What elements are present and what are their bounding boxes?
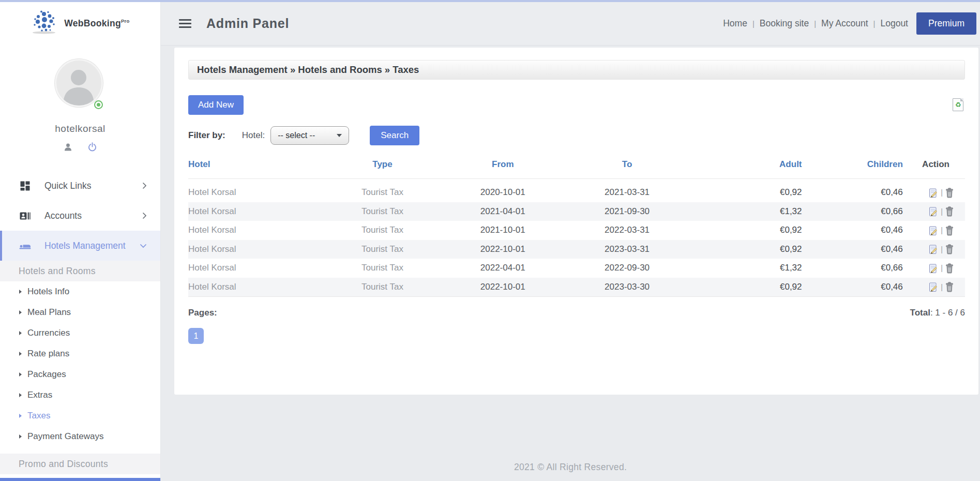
taxes-table: Hotel Type From To Adult Children Action…: [188, 154, 965, 297]
profile-icon[interactable]: [63, 143, 73, 152]
cell-hotel: Hotel Korsal: [188, 259, 320, 278]
user-avatar: [55, 59, 106, 110]
cell-children: €0,46: [802, 240, 903, 259]
sidebar-bottom-accent: [0, 478, 160, 481]
sidebar-item-hotels-management[interactable]: Hotels Management: [0, 231, 160, 261]
nav-home-link[interactable]: Home: [723, 18, 747, 29]
premium-button[interactable]: Premium: [916, 12, 976, 35]
table-row: Hotel Korsal Tourist Tax 2020-10-01 2021…: [188, 179, 965, 202]
edit-icon[interactable]: [928, 244, 938, 254]
cell-action: |: [903, 240, 965, 259]
content-card: Hotels Management » Hotels and Rooms » T…: [174, 48, 978, 395]
cell-hotel: Hotel Korsal: [188, 202, 320, 221]
bullet-icon: [19, 434, 22, 439]
cell-from: 2022-10-01: [445, 278, 561, 297]
nav-separator: |: [752, 19, 755, 28]
section-promo-and-discounts: Promo and Discounts: [0, 454, 160, 474]
select-arrow-icon: [337, 134, 342, 137]
column-header-adult[interactable]: Adult: [693, 154, 802, 179]
edit-icon[interactable]: [928, 226, 938, 236]
cell-hotel: Hotel Korsal: [188, 179, 320, 202]
avatar-image: [55, 59, 103, 107]
add-new-button[interactable]: Add New: [188, 95, 244, 115]
cell-action: |: [903, 179, 965, 202]
sidebar-item-currencies[interactable]: Currencies: [0, 323, 160, 343]
delete-trash-icon[interactable]: [945, 282, 954, 292]
cell-children: €0,66: [802, 202, 903, 221]
edit-icon[interactable]: [928, 263, 938, 274]
chevron-right-icon: [142, 212, 147, 219]
search-button[interactable]: Search: [370, 126, 419, 145]
delete-trash-icon[interactable]: [945, 206, 954, 217]
column-header-children[interactable]: Children: [802, 154, 903, 179]
bed-icon: [19, 242, 31, 250]
cell-children: €0,46: [802, 221, 903, 240]
brand-logo[interactable]: WebBookingPro: [0, 10, 160, 36]
sidebar-item-payment-gateways[interactable]: Payment Gateways: [0, 426, 160, 447]
sidebar-item-quick-links[interactable]: Quick Links: [0, 171, 160, 201]
bullet-icon: [19, 290, 22, 294]
cell-adult: €0,92: [693, 278, 802, 297]
edit-icon[interactable]: [928, 188, 938, 198]
column-header-hotel[interactable]: Hotel: [188, 154, 320, 179]
cell-type: Tourist Tax: [320, 221, 444, 240]
topbar: Admin Panel Home | Booking site | My Acc…: [161, 2, 980, 46]
app-window: WebBookingPro hotelkorsal: [0, 2, 980, 481]
action-separator: |: [941, 188, 943, 197]
column-header-type[interactable]: Type: [320, 154, 444, 179]
column-header-to[interactable]: To: [561, 154, 693, 179]
action-separator: |: [941, 283, 943, 291]
sidebar-item-packages[interactable]: Packages: [0, 364, 160, 385]
sidebar-item-label: Hotels Management: [44, 240, 126, 251]
hotel-filter-select[interactable]: -- select --: [270, 126, 349, 145]
table-row: Hotel Korsal Tourist Tax 2022-10-01 2023…: [188, 278, 965, 297]
sidebar-item-accounts[interactable]: Accounts: [0, 201, 160, 231]
breadcrumb[interactable]: Hotels Management » Hotels and Rooms » T…: [188, 60, 965, 80]
cell-type: Tourist Tax: [320, 202, 444, 221]
cell-type: Tourist Tax: [320, 179, 444, 202]
cell-adult: €0,92: [693, 221, 802, 240]
main-area: Admin Panel Home | Booking site | My Acc…: [161, 2, 980, 481]
recycle-glyph: ♻: [955, 101, 961, 108]
cell-type: Tourist Tax: [320, 278, 444, 297]
sidebar-item-rate-plans[interactable]: Rate plans: [0, 343, 160, 364]
sidebar: WebBookingPro hotelkorsal: [0, 2, 161, 481]
filter-by-label: Filter by:: [188, 130, 225, 141]
column-header-from[interactable]: From: [445, 154, 561, 179]
cell-action: |: [903, 259, 965, 278]
delete-trash-icon[interactable]: [945, 226, 954, 236]
sidebar-item-label: Quick Links: [44, 181, 91, 191]
sidebar-menu: Quick Links Accounts: [0, 171, 160, 474]
logout-power-icon[interactable]: [87, 142, 97, 152]
sidebar-item-extras[interactable]: Extras: [0, 385, 160, 405]
hotels-rooms-submenu: Hotels Info Meal Plans Currencies Rate p…: [0, 281, 160, 447]
edit-icon[interactable]: [928, 206, 938, 217]
cell-hotel: Hotel Korsal: [188, 221, 320, 240]
sidebar-item-meal-plans[interactable]: Meal Plans: [0, 302, 160, 323]
sidebar-item-hotels-info[interactable]: Hotels Info: [0, 281, 160, 302]
export-page-icon[interactable]: ♻: [953, 98, 963, 111]
cell-adult: €1,32: [693, 259, 802, 278]
nav-my-account-link[interactable]: My Account: [821, 18, 868, 29]
cell-children: €0,46: [802, 179, 903, 202]
cell-to: 2023-03-30: [561, 278, 693, 297]
delete-trash-icon[interactable]: [945, 244, 954, 254]
total-count: Total: 1 - 6 / 6: [910, 308, 965, 318]
cell-from: 2021-10-01: [445, 221, 561, 240]
page-1-button[interactable]: 1: [188, 328, 204, 344]
nav-separator: |: [814, 19, 816, 28]
cell-from: 2020-10-01: [445, 179, 561, 202]
delete-trash-icon[interactable]: [945, 188, 954, 198]
chevron-right-icon: [142, 182, 147, 189]
cell-adult: €0,92: [693, 179, 802, 202]
edit-icon[interactable]: [928, 282, 938, 292]
nav-booking-site-link[interactable]: Booking site: [760, 18, 809, 29]
table-header-row: Hotel Type From To Adult Children Action: [188, 154, 965, 179]
nav-logout-link[interactable]: Logout: [880, 18, 908, 29]
pages-label: Pages:: [188, 308, 217, 318]
delete-trash-icon[interactable]: [945, 263, 954, 274]
online-status-dot: [94, 100, 103, 109]
top-nav: Home | Booking site | My Account | Logou…: [723, 12, 976, 35]
hamburger-menu-icon[interactable]: [178, 17, 192, 30]
sidebar-item-taxes[interactable]: Taxes: [0, 405, 160, 426]
